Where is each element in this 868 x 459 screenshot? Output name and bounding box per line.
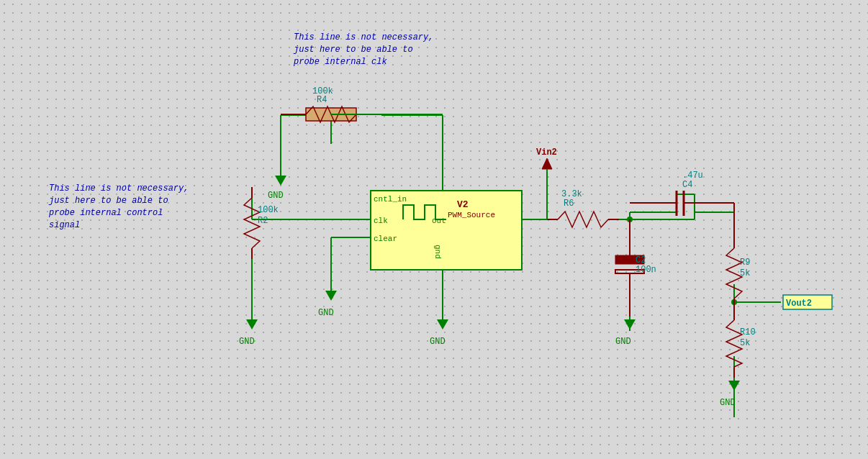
- c4-label: C4: [682, 180, 692, 190]
- svg-text:GND: GND: [615, 337, 631, 347]
- svg-text:GND: GND: [239, 337, 255, 347]
- svg-marker-59: [325, 291, 337, 301]
- ctrl-annotation-line2: just here to be able to: [48, 196, 168, 206]
- svg-text:GND: GND: [720, 398, 736, 408]
- vin2-arrow: [542, 158, 552, 169]
- svg-text:GND: GND: [268, 191, 284, 201]
- r9-value: 5k: [740, 268, 750, 278]
- r2-label: R2: [258, 216, 268, 226]
- vin2-label: Vin2: [536, 147, 557, 158]
- r10-value: 5k: [740, 338, 750, 348]
- r6-value: 3.3k: [561, 189, 582, 199]
- clear-label: clear: [374, 235, 397, 243]
- gnd-1: GND: [268, 173, 286, 201]
- v2-label: V2: [457, 199, 469, 210]
- gnd-3: GND: [318, 288, 337, 318]
- out-label: out: [432, 217, 446, 225]
- clk-annotation-line2: just here to be able to: [293, 45, 413, 55]
- vout2-label: Vout2: [786, 299, 812, 309]
- gnd-label-pin: gnd: [433, 245, 442, 259]
- clk-label: clk: [374, 217, 388, 225]
- c4-value: .47u: [682, 171, 703, 181]
- cntl-in-label: cntl_in: [374, 195, 407, 204]
- gnd-4: GND: [430, 317, 448, 347]
- gnd-2: GND: [239, 317, 258, 347]
- r2-value: 100k: [258, 205, 279, 215]
- pwm-source-label: PWM_Source: [448, 211, 495, 219]
- schematic-view: V2 PWM_Source cntl_in clk clear out gnd …: [0, 0, 868, 459]
- svg-text:GND: GND: [430, 337, 446, 347]
- r10-label: R10: [740, 327, 756, 337]
- svg-marker-53: [275, 176, 286, 186]
- c2-label: C2: [636, 255, 646, 265]
- r4-value: 100k: [312, 86, 333, 96]
- svg-text:GND: GND: [318, 308, 334, 318]
- svg-marker-62: [437, 319, 448, 330]
- svg-marker-65: [624, 319, 636, 330]
- gnd-6: GND: [720, 378, 740, 408]
- ctrl-annotation-line4: signal: [49, 220, 80, 230]
- ctrl-annotation-line1: This line is not necessary,: [49, 183, 189, 194]
- gnd-5: GND: [615, 317, 636, 347]
- clk-annotation-line3: probe internal clk: [293, 57, 387, 67]
- clk-annotation-line1: This line is not necessary,: [294, 32, 433, 42]
- svg-marker-68: [728, 381, 740, 391]
- r4-label: R4: [317, 95, 327, 105]
- r6-label: R6: [564, 199, 574, 209]
- c2-value: 100n: [636, 265, 656, 275]
- svg-marker-56: [246, 319, 258, 330]
- ctrl-annotation-line3: probe internal control: [48, 208, 163, 218]
- r9-label: R9: [740, 258, 750, 268]
